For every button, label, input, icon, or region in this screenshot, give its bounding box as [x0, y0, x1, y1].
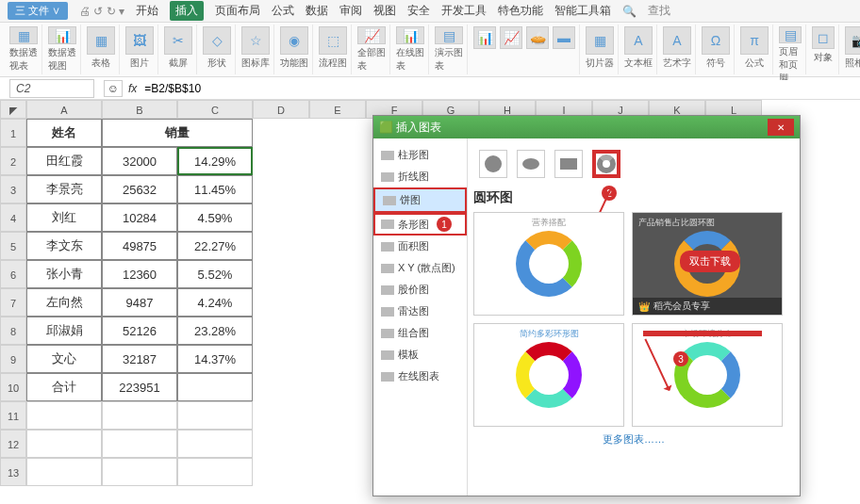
cell[interactable]: 合计	[26, 373, 102, 401]
tab-security[interactable]: 安全	[407, 3, 430, 19]
cell[interactable]: 张小青	[26, 260, 102, 288]
cell[interactable]	[26, 458, 102, 486]
row-header[interactable]: 12	[0, 430, 26, 458]
more-charts-link[interactable]: 更多图表……	[473, 427, 794, 452]
demochart-icon[interactable]: ▤	[435, 26, 463, 44]
cell-selected[interactable]: 14.29%	[177, 147, 253, 175]
cell[interactable]: 11.45%	[177, 175, 253, 203]
iconlib-icon[interactable]: ☆	[241, 26, 270, 55]
select-all-corner[interactable]: ◤	[0, 100, 26, 119]
row-header[interactable]: 2	[0, 147, 26, 175]
tab-devtools[interactable]: 开发工具	[441, 3, 487, 19]
qat-icons[interactable]: 🖨 ↺ ↻ ▾	[79, 5, 124, 18]
cell[interactable]: 4.59%	[177, 203, 253, 232]
cell[interactable]	[177, 373, 253, 401]
mini-bar2-icon[interactable]: ▬	[553, 26, 575, 49]
cell-merged-header[interactable]: 销量	[102, 119, 253, 147]
cell[interactable]: 9487	[102, 288, 177, 317]
cell[interactable]: 23.28%	[177, 317, 253, 345]
tab-view[interactable]: 视图	[373, 3, 396, 19]
mini-pie-icon[interactable]: 🥧	[526, 26, 549, 49]
tab-page-layout[interactable]: 页面布局	[215, 3, 260, 19]
onlinechart-icon[interactable]: 📊	[396, 26, 424, 44]
cell[interactable]: 邱淑娟	[26, 317, 102, 345]
download-button[interactable]: 双击下载	[680, 251, 740, 272]
name-box[interactable]: C2	[9, 79, 94, 98]
cell[interactable]: 223951	[102, 373, 177, 401]
row-header[interactable]: 1	[0, 119, 26, 147]
sidebar-item-bar[interactable]: 条形图 1	[373, 213, 467, 236]
cell[interactable]: 32000	[102, 147, 177, 175]
cell[interactable]: 12360	[102, 260, 177, 288]
row-header[interactable]: 7	[0, 288, 26, 317]
headerfooter-icon[interactable]: ▤	[779, 26, 802, 43]
sidebar-item-stock[interactable]: 股价图	[373, 279, 467, 301]
cell[interactable]: 李文东	[26, 232, 102, 260]
row-header[interactable]: 11	[0, 401, 26, 430]
cell[interactable]: 5.52%	[177, 260, 253, 288]
tab-smarttools[interactable]: 智能工具箱	[554, 3, 611, 19]
tab-start[interactable]: 开始	[136, 3, 158, 19]
slicer-icon[interactable]: ▦	[586, 26, 614, 55]
cell[interactable]: 李景亮	[26, 175, 102, 203]
allcharts-icon[interactable]: 📈	[357, 26, 386, 44]
preset-donut-2[interactable]: 产品销售占比圆环图 双击下载 👑稻壳会员专享	[632, 212, 783, 316]
sidebar-item-online[interactable]: 在线图表	[373, 366, 467, 387]
subtype-pie[interactable]	[479, 150, 507, 178]
subtype-bar-of-pie[interactable]	[554, 150, 583, 178]
tab-data[interactable]: 数据	[306, 3, 328, 19]
cell[interactable]	[177, 430, 253, 458]
col-header[interactable]: E	[309, 100, 366, 119]
col-header[interactable]: B	[102, 100, 177, 119]
cell[interactable]: 4.24%	[177, 288, 253, 317]
picture-icon[interactable]: 🖼	[125, 26, 154, 55]
sidebar-item-radar[interactable]: 雷达图	[373, 301, 467, 322]
tab-insert[interactable]: 插入	[170, 1, 204, 21]
sidebar-item-column[interactable]: 柱形图	[373, 144, 467, 166]
shapes-icon[interactable]: ◇	[203, 26, 231, 55]
dialog-titlebar[interactable]: 🟩 插入图表 ✕	[373, 116, 800, 138]
cell[interactable]: 文心	[26, 345, 102, 373]
cell[interactable]	[102, 401, 177, 430]
row-header[interactable]: 3	[0, 175, 26, 203]
symbol-icon[interactable]: Ω	[702, 26, 730, 55]
pivot-table-icon[interactable]: ▦	[9, 26, 38, 44]
pivot-chart-icon[interactable]: 📊	[48, 26, 76, 44]
cell[interactable]	[26, 430, 102, 458]
col-header[interactable]: A	[26, 100, 102, 119]
subtype-donut[interactable]	[592, 150, 620, 178]
cell[interactable]	[177, 458, 253, 486]
row-header[interactable]: 4	[0, 203, 26, 232]
cell[interactable]: 田红霞	[26, 147, 102, 175]
tab-special[interactable]: 特色功能	[498, 3, 543, 19]
cell[interactable]: 14.37%	[177, 345, 253, 373]
textbox-icon[interactable]: A	[624, 26, 653, 55]
screenshot-icon[interactable]: ✂	[164, 26, 192, 55]
row-header[interactable]: 6	[0, 260, 26, 288]
cell[interactable]: 52126	[102, 317, 177, 345]
wordart-icon[interactable]: A	[663, 26, 691, 55]
cell[interactable]	[177, 401, 253, 430]
smartart-icon[interactable]: ◉	[280, 26, 308, 55]
cell[interactable]	[102, 458, 177, 486]
cell[interactable]	[26, 401, 102, 430]
sidebar-item-area[interactable]: 面积图	[373, 236, 467, 257]
cell[interactable]: 10284	[102, 203, 177, 232]
cell[interactable]: 32187	[102, 345, 177, 373]
flowchart-icon[interactable]: ⬚	[319, 26, 347, 55]
table-icon[interactable]: ▦	[87, 26, 115, 55]
row-header[interactable]: 10	[0, 373, 26, 401]
col-header[interactable]: C	[177, 100, 253, 119]
row-header[interactable]: 8	[0, 317, 26, 345]
cell[interactable]: 25632	[102, 175, 177, 203]
cell[interactable]: 22.27%	[177, 232, 253, 260]
sidebar-item-template[interactable]: 模板	[373, 344, 467, 366]
cell[interactable]: 刘红	[26, 203, 102, 232]
sidebar-item-combo[interactable]: 组合图	[373, 322, 467, 344]
search-label[interactable]: 查找	[648, 3, 670, 19]
row-header[interactable]: 5	[0, 232, 26, 260]
row-header[interactable]: 13	[0, 458, 26, 486]
camera-icon[interactable]: 📷	[845, 26, 860, 55]
cell[interactable]: 姓名	[26, 119, 102, 147]
fx-icon[interactable]: ☺	[104, 80, 123, 97]
